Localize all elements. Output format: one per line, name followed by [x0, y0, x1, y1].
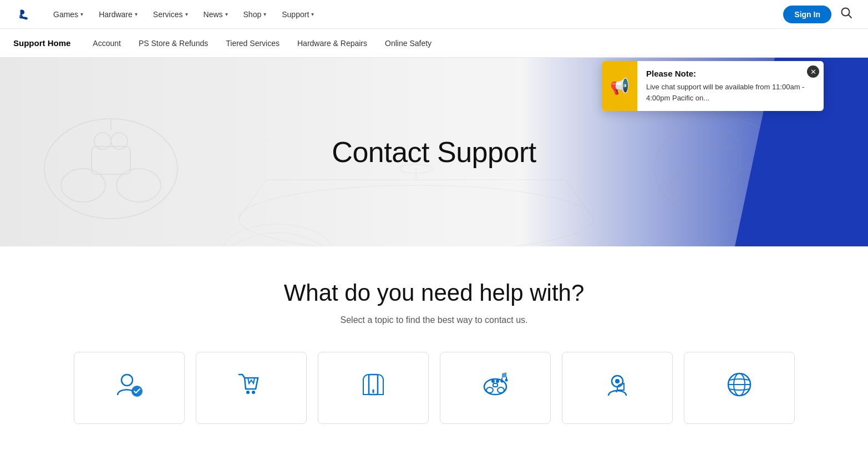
nav-support[interactable]: Support ▾ — [275, 6, 321, 23]
card-account[interactable] — [74, 352, 185, 424]
ps-store-icon — [237, 370, 266, 404]
svg-point-19 — [121, 375, 133, 386]
top-nav-links: Games ▾ Hardware ▾ Services ▾ News ▾ Sho… — [47, 6, 783, 23]
card-ps-store[interactable] — [196, 352, 307, 424]
playstation-logo[interactable] — [13, 4, 33, 24]
main-content: What do you need help with? Select a top… — [0, 246, 868, 446]
nav-services[interactable]: Services ▾ — [146, 6, 195, 23]
services-chevron-icon: ▾ — [185, 11, 188, 17]
megaphone-icon: 📢 — [610, 77, 630, 95]
svg-point-21 — [246, 391, 250, 394]
svg-point-34 — [505, 378, 507, 381]
svg-rect-15 — [702, 146, 740, 174]
account-icon — [115, 370, 144, 404]
main-heading: What do you need help with? — [13, 280, 855, 306]
svg-point-36 — [615, 379, 620, 383]
category-cards — [13, 352, 855, 424]
notification-close-button[interactable]: ✕ — [807, 65, 819, 78]
support-nav-hardware-repairs[interactable]: Hardware & Repairs — [297, 39, 367, 48]
notification-title: Please Note: — [646, 69, 815, 78]
svg-rect-28 — [493, 383, 498, 387]
nav-games[interactable]: Games ▾ — [47, 6, 90, 23]
ps5-icon — [359, 370, 388, 404]
svg-point-22 — [252, 391, 255, 394]
support-nav-tiered[interactable]: Tiered Services — [226, 39, 280, 48]
support-home-link[interactable]: Support Home — [13, 38, 70, 48]
nav-shop[interactable]: Shop ▾ — [237, 6, 273, 23]
support-nav-ps-store[interactable]: PS Store & Refunds — [139, 39, 208, 48]
support-nav-account[interactable]: Account — [93, 39, 121, 48]
psn-icon — [603, 370, 632, 404]
card-online[interactable] — [684, 352, 795, 424]
svg-point-3 — [61, 169, 105, 202]
nav-hardware[interactable]: Hardware ▾ — [92, 6, 144, 23]
nav-news[interactable]: News ▾ — [197, 6, 235, 23]
svg-point-2 — [44, 119, 177, 219]
notification-text: Live chat support will be available from… — [646, 82, 815, 103]
svg-point-18 — [222, 224, 333, 246]
hardware-chevron-icon: ▾ — [135, 11, 138, 17]
svg-point-33 — [500, 380, 503, 382]
svg-point-30 — [496, 380, 499, 383]
card-gaming-peripherals[interactable] — [440, 352, 551, 424]
notification-icon-bar: 📢 — [602, 61, 637, 111]
hero-title: Contact Support — [332, 135, 536, 169]
top-navigation: Games ▾ Hardware ▾ Services ▾ News ▾ Sho… — [0, 0, 868, 29]
notification-popup: 📢 Please Note: Live chat support will be… — [602, 61, 824, 111]
support-chevron-icon: ▾ — [311, 11, 314, 17]
svg-point-29 — [491, 380, 495, 383]
notification-content: Please Note: Live chat support will be a… — [637, 61, 824, 111]
gaming-icon — [481, 370, 510, 404]
games-chevron-icon: ▾ — [80, 11, 83, 17]
svg-line-1 — [849, 15, 852, 18]
news-chevron-icon: ▾ — [225, 11, 228, 17]
svg-point-27 — [498, 387, 504, 393]
svg-point-26 — [486, 387, 493, 393]
support-nav-links: Account PS Store & Refunds Tiered Servic… — [93, 39, 432, 48]
svg-point-13 — [671, 169, 715, 202]
sign-in-button[interactable]: Sign In — [783, 6, 831, 23]
shop-chevron-icon: ▾ — [263, 11, 266, 17]
svg-point-9 — [238, 185, 593, 246]
card-ps5[interactable] — [318, 352, 429, 424]
support-navigation: Support Home Account PS Store & Refunds … — [0, 29, 868, 58]
search-icon — [840, 7, 852, 19]
online-icon — [725, 370, 754, 404]
top-nav-right: Sign In — [783, 4, 855, 24]
main-subheading: Select a topic to find the best way to c… — [13, 315, 855, 325]
support-nav-online-safety[interactable]: Online Safety — [385, 39, 432, 48]
card-psn[interactable] — [562, 352, 673, 424]
search-button[interactable] — [838, 4, 855, 24]
svg-point-4 — [116, 169, 161, 202]
svg-rect-5 — [92, 146, 130, 174]
